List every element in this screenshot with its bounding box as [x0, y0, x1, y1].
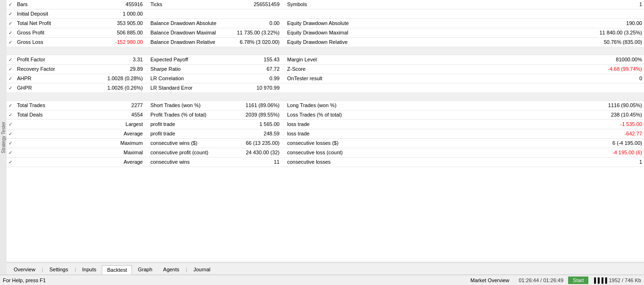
table-row: ✓Gross Loss-152 980.00Balance Drawdown R… — [7, 38, 644, 47]
row-val3: 1116 (90.05%) — [364, 101, 644, 110]
tab-sep-3: | — [186, 267, 187, 272]
row-val2: 0.99 — [227, 74, 281, 84]
row-label2: Ticks — [145, 0, 227, 9]
row-label3: OnTester result — [281, 74, 364, 84]
tab-overview[interactable]: Overview — [8, 265, 41, 274]
row-check: ✓ — [7, 9, 15, 19]
row-label2: Profit Trades (% of total) — [145, 110, 227, 120]
table-row: ✓GHPR1.0026 (0.26%)LR Standard Error10 9… — [7, 84, 644, 93]
row-val2: 11 — [227, 158, 281, 167]
row-label1: Gross Loss — [15, 38, 91, 47]
row-val3: 50.76% (835.00) — [364, 38, 644, 47]
row-label2: Balance Drawdown Relative — [145, 38, 227, 47]
row-check: ✓ — [7, 28, 15, 38]
row-val3: 1 — [364, 0, 644, 9]
row-label3: Equity Drawdown Absolute — [281, 19, 364, 28]
row-val1: 1 000.00 — [91, 9, 145, 19]
row-label2: Balance Drawdown Absolute — [145, 19, 227, 28]
tab-backtest[interactable]: Backtest — [102, 265, 132, 275]
row-label2: profit trade — [145, 129, 227, 139]
table-row: ✓Largestprofit trade1 565.00loss trade-1… — [7, 120, 644, 129]
row-check: ✓ — [7, 55, 15, 65]
row-check: ✓ — [7, 101, 15, 110]
table-row: ✓Total Trades2277Short Trades (won %)116… — [7, 101, 644, 110]
row-val2: 1161 (89.06%) — [227, 101, 281, 110]
row-separator — [7, 93, 644, 101]
table-row: ✓Initial Deposit1 000.00 — [7, 9, 644, 19]
row-val3: 6 (-4 195.00) — [364, 139, 644, 148]
row-check: ✓ — [7, 38, 15, 47]
tab-journal[interactable]: Journal — [188, 265, 215, 274]
row-label3: loss trade — [281, 129, 364, 139]
tab-bar: Overview | Settings | Inputs Backtest Gr… — [7, 262, 644, 275]
row-label1 — [15, 139, 91, 148]
row-check: ✓ — [7, 148, 15, 158]
row-label2: Sharpe Ratio — [145, 65, 227, 74]
help-text: For Help, press F1 — [3, 277, 461, 283]
row-val1: 3.31 — [91, 55, 145, 65]
row-check: ✓ — [7, 110, 15, 120]
row-val2: 66 (13 235.00) — [227, 139, 281, 148]
row-val2: 248.59 — [227, 129, 281, 139]
tab-inputs[interactable]: Inputs — [77, 265, 101, 274]
row-val1: 1.0026 (0.26%) — [91, 84, 145, 93]
row-val1: Average — [91, 158, 145, 167]
row-label3: consecutive losses ($) — [281, 139, 364, 148]
row-label3: consecutive losses — [281, 158, 364, 167]
row-val1: Average — [91, 129, 145, 139]
row-val1: 29.89 — [91, 65, 145, 74]
sidebar-label: Strategy Tester — [0, 0, 7, 275]
row-label1: GHPR — [15, 84, 91, 93]
row-val3: -1 535.00 — [364, 120, 644, 129]
row-check: ✓ — [7, 120, 15, 129]
start-button[interactable]: Start — [568, 277, 588, 284]
row-check: ✓ — [7, 74, 15, 84]
row-label1: Initial Deposit — [15, 9, 91, 19]
tab-graph[interactable]: Graph — [132, 265, 157, 274]
row-label2: LR Correlation — [145, 74, 227, 84]
table-row: ✓Maximumconsecutive wins ($)66 (13 235.0… — [7, 139, 644, 148]
row-label3: Margin Level — [281, 55, 364, 65]
row-label3: Loss Trades (% of total) — [281, 110, 364, 120]
row-label3 — [281, 9, 364, 19]
row-label2: Balance Drawdown Maximal — [145, 28, 227, 38]
row-label3: Symbols — [281, 0, 364, 9]
row-val3: 238 (10.45%) — [364, 110, 644, 120]
row-label3: Z-Score — [281, 65, 364, 74]
row-label1: Bars — [15, 0, 91, 9]
time-display: 01:26:44 / 01:26:49 — [519, 277, 563, 283]
row-val3: -642.77 — [364, 129, 644, 139]
tab-settings[interactable]: Settings — [44, 265, 74, 274]
row-val3: -4 195.00 (6) — [364, 148, 644, 158]
table-row: ✓Averageprofit trade248.59loss trade-642… — [7, 129, 644, 139]
row-label1 — [15, 120, 91, 129]
row-check: ✓ — [7, 65, 15, 74]
row-check: ✓ — [7, 129, 15, 139]
row-label3: Equity Drawdown Maximal — [281, 28, 364, 38]
main-area: Strategy Tester ✓Bars455916Ticks25655145… — [0, 0, 644, 275]
row-val1: 353 905.00 — [91, 19, 145, 28]
row-label2: consecutive wins — [145, 158, 227, 167]
row-val1: 506 885.00 — [91, 28, 145, 38]
tab-agents[interactable]: Agents — [158, 265, 184, 274]
stats-table-container[interactable]: ✓Bars455916Ticks256551459Symbols1✓Initia… — [7, 0, 644, 262]
market-overview: Market Overview — [461, 277, 519, 283]
row-label2: consecutive profit (count) — [145, 148, 227, 158]
row-val3: -4.68 (99.74%) — [364, 65, 644, 74]
table-row: ✓Averageconsecutive wins11consecutive lo… — [7, 158, 644, 167]
row-val2: 6.78% (3 020.00) — [227, 38, 281, 47]
row-val1: 4554 — [91, 110, 145, 120]
status-bar: For Help, press F1 Market Overview 01:26… — [0, 275, 644, 285]
row-val2: 10 970.99 — [227, 84, 281, 93]
row-val2: 2039 (89.55%) — [227, 110, 281, 120]
row-label3 — [281, 84, 364, 93]
row-label1: Total Net Profit — [15, 19, 91, 28]
table-row: ✓Total Net Profit353 905.00Balance Drawd… — [7, 19, 644, 28]
row-label1: Total Trades — [15, 101, 91, 110]
table-row: ✓Bars455916Ticks256551459Symbols1 — [7, 0, 644, 9]
tab-sep-2: | — [74, 267, 76, 272]
row-separator — [7, 47, 644, 55]
row-val3: 11 840.00 (3.25%) — [364, 28, 644, 38]
table-row: ✓Total Deals4554Profit Trades (% of tota… — [7, 110, 644, 120]
row-val1: 2277 — [91, 101, 145, 110]
